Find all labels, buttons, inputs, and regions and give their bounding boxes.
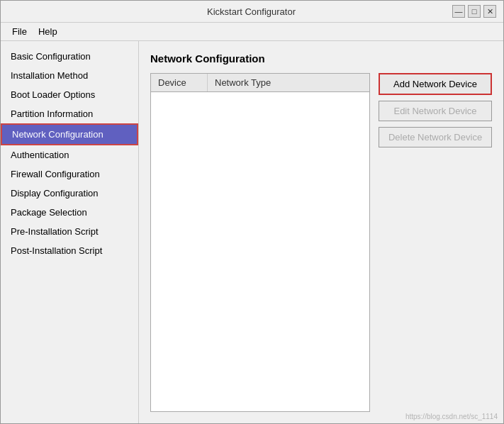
sidebar-item-installation-method[interactable]: Installation Method <box>1 66 138 85</box>
table-body <box>151 92 369 411</box>
sidebar-item-network-configuration[interactable]: Network Configuration <box>1 123 138 145</box>
network-area: Device Network Type Add Network Device E… <box>150 73 492 412</box>
edit-network-device-button[interactable]: Edit Network Device <box>379 101 492 121</box>
sidebar-item-post-installation-script[interactable]: Post-Installation Script <box>1 241 138 260</box>
minimize-button[interactable]: — <box>452 5 465 18</box>
menu-file[interactable]: File <box>6 25 33 38</box>
add-network-device-button[interactable]: Add Network Device <box>379 73 492 95</box>
window-controls: — □ ✕ <box>452 5 496 18</box>
window-title: Kickstart Configurator <box>50 6 452 17</box>
title-bar: Kickstart Configurator — □ ✕ <box>1 1 503 23</box>
maximize-button[interactable]: □ <box>468 5 481 18</box>
section-title: Network Configuration <box>150 52 492 65</box>
sidebar-item-pre-installation-script[interactable]: Pre-Installation Script <box>1 222 138 241</box>
watermark: https://blog.csdn.net/sc_1114 <box>405 413 498 420</box>
buttons-panel: Add Network Device Edit Network Device D… <box>379 73 492 412</box>
sidebar-item-basic-configuration[interactable]: Basic Configuration <box>1 47 138 66</box>
table-header: Device Network Type <box>151 74 369 92</box>
close-button[interactable]: ✕ <box>483 5 496 18</box>
main-content: Network Configuration Device Network Typ… <box>139 41 503 423</box>
main-window: Kickstart Configurator — □ ✕ File Help B… <box>0 0 504 424</box>
sidebar: Basic Configuration Installation Method … <box>1 41 139 423</box>
sidebar-item-display-configuration[interactable]: Display Configuration <box>1 184 138 203</box>
network-table: Device Network Type <box>150 73 370 412</box>
sidebar-item-firewall-configuration[interactable]: Firewall Configuration <box>1 164 138 184</box>
delete-network-device-button[interactable]: Delete Network Device <box>379 127 492 147</box>
menu-help[interactable]: Help <box>33 25 63 38</box>
sidebar-item-boot-loader-options[interactable]: Boot Loader Options <box>1 85 138 104</box>
sidebar-item-authentication[interactable]: Authentication <box>1 145 138 164</box>
sidebar-item-partition-information[interactable]: Partition Information <box>1 104 138 123</box>
col-device: Device <box>151 74 208 91</box>
menu-bar: File Help <box>1 23 503 41</box>
sidebar-item-package-selection[interactable]: Package Selection <box>1 203 138 222</box>
col-network-type: Network Type <box>208 74 369 91</box>
content-area: Basic Configuration Installation Method … <box>1 41 503 423</box>
